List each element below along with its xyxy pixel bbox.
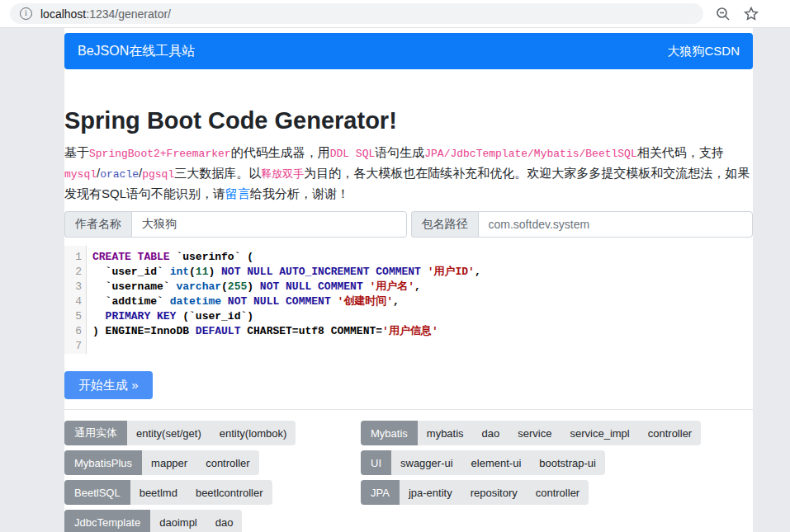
inline-code: JPA/JdbcTemplate/Mybatis/BeetlSQL xyxy=(424,148,636,160)
editor-line xyxy=(92,339,481,354)
code-token: `addtime` xyxy=(92,295,170,308)
intro-text: 基于 xyxy=(64,145,89,159)
template-item-button[interactable]: controller xyxy=(527,480,589,505)
sql-code-editor[interactable]: 1234567 CREATE TABLE `userinfo` ( `user_… xyxy=(64,246,753,354)
code-token: PRIMARY KEY xyxy=(106,310,177,322)
line-number: 6 xyxy=(64,324,82,339)
editor-line-numbers: 1234567 xyxy=(64,246,87,354)
template-item-button[interactable]: dao xyxy=(473,421,509,445)
template-group-row: 通用实体entity(set/get)entity(lombok) xyxy=(64,421,361,450)
template-group: BeetlSQLbeetlmdbeetlcontroller xyxy=(64,480,272,505)
template-groups: 通用实体entity(set/get)entity(lombok)Mybatis… xyxy=(64,421,753,532)
navbar-csdn-link[interactable]: 大狼狗CSDN xyxy=(667,44,740,59)
zoom-out-icon[interactable] xyxy=(715,6,731,22)
editor-line: `user_id` int(11) NOT NULL AUTO_INCREMEN… xyxy=(92,265,481,280)
intro-text: 相关代码，支持 xyxy=(637,145,724,159)
content-container: BeJSON在线工具站 大狼狗CSDN Spring Boot Code Gen… xyxy=(64,28,753,532)
inline-code: 释放双手 xyxy=(261,168,304,181)
template-item-button[interactable]: controller xyxy=(639,421,701,445)
template-groups-right-column: Mybatismybatisdaoserviceservice_implcont… xyxy=(361,421,753,532)
template-item-button[interactable]: service xyxy=(509,421,561,445)
template-group-label: BeetlSQL xyxy=(64,480,130,505)
package-label: 包名路径 xyxy=(411,211,478,238)
code-token: , xyxy=(475,266,481,278)
code-token xyxy=(421,266,428,278)
template-group-row: Mybatismybatisdaoserviceservice_implcont… xyxy=(361,421,753,450)
intro-paragraph: 基于SpringBoot2+Freemarker的代码生成器，用DDL SQL语… xyxy=(64,143,753,203)
template-group-row: JPAjpa-entityrepositorycontroller xyxy=(361,480,753,510)
author-label: 作者名称 xyxy=(64,211,131,238)
browser-toolbar: i localhost:1234/generator/ xyxy=(0,0,790,28)
inline-code: DDL SQL xyxy=(330,148,376,160)
inline-code: pgsql xyxy=(142,168,174,181)
template-group-row: UIswagger-uielement-uibootstrap-ui xyxy=(361,450,753,480)
template-group-label: 通用实体 xyxy=(64,421,127,445)
template-item-button[interactable]: entity(set/get) xyxy=(127,421,211,445)
code-token: '用户ID' xyxy=(428,266,475,278)
code-token: datetime xyxy=(170,295,221,308)
page-body: BeJSON在线工具站 大狼狗CSDN Spring Boot Code Gen… xyxy=(0,28,790,531)
template-item-button[interactable]: beetlcontroller xyxy=(187,480,272,505)
template-item-button[interactable]: mapper xyxy=(142,450,196,475)
code-token: int xyxy=(170,266,189,278)
code-token: CREATE TABLE xyxy=(92,251,170,263)
template-item-button[interactable]: dao xyxy=(206,510,243,532)
section-divider xyxy=(64,409,753,410)
template-item-button[interactable]: bootstrap-ui xyxy=(530,450,605,475)
template-group: JPAjpa-entityrepositorycontroller xyxy=(361,480,589,505)
template-group: 通用实体entity(set/get)entity(lombok) xyxy=(64,421,296,445)
template-group: JdbcTemplatedaoimpldao xyxy=(64,510,242,532)
template-group-row: JdbcTemplatedaoimpldao xyxy=(64,510,361,532)
page-info-icon[interactable]: i xyxy=(20,7,32,20)
inline-code: mysql xyxy=(64,168,97,181)
code-token: 11 xyxy=(196,266,209,278)
code-token: ( xyxy=(189,266,196,278)
intro-text: 的代码生成器，用 xyxy=(231,145,330,159)
url-path: :1234/generator/ xyxy=(86,7,171,21)
generate-button[interactable]: 开始生成 » xyxy=(64,371,153,399)
template-item-button[interactable]: element-ui xyxy=(462,450,531,475)
site-navbar: BeJSON在线工具站 大狼狗CSDN xyxy=(64,33,753,69)
template-item-button[interactable]: mybatis xyxy=(418,421,473,445)
template-group-label: MybatisPlus xyxy=(64,450,142,475)
package-input-group: 包名路径 xyxy=(411,211,754,238)
code-token: ) ENGINE=InnoDB xyxy=(92,325,196,337)
template-item-button[interactable]: repository xyxy=(461,480,527,505)
settings-form: 作者名称 包名路径 xyxy=(64,211,753,238)
template-item-button[interactable]: beetlmd xyxy=(130,480,187,505)
code-token: , xyxy=(393,295,400,308)
code-token: `userinfo` ( xyxy=(170,251,253,263)
template-item-button[interactable]: swagger-ui xyxy=(391,450,462,475)
template-item-button[interactable]: controller xyxy=(196,450,258,475)
template-item-button[interactable]: entity(lombok) xyxy=(211,421,296,445)
code-token xyxy=(221,295,228,308)
bookmark-star-icon[interactable] xyxy=(743,6,759,22)
url-host: localhost xyxy=(40,7,86,21)
editor-code: CREATE TABLE `userinfo` ( `user_id` int(… xyxy=(87,246,481,354)
code-token: ( xyxy=(221,280,228,293)
code-token: DEFAULT xyxy=(196,325,241,337)
code-token: '用户名' xyxy=(370,280,415,293)
package-input[interactable] xyxy=(478,211,754,238)
editor-line: ) ENGINE=InnoDB DEFAULT CHARSET=utf8 COM… xyxy=(92,324,481,339)
template-item-button[interactable]: daoimpl xyxy=(150,510,206,532)
code-token: NOT NULL COMMENT xyxy=(260,280,363,293)
code-token: (`user_id`) xyxy=(176,310,253,322)
intro-text: 给我分析，谢谢！ xyxy=(250,186,349,200)
author-input[interactable] xyxy=(131,211,407,238)
template-group-label: JPA xyxy=(361,480,400,505)
address-bar[interactable]: i localhost:1234/generator/ xyxy=(10,3,703,24)
template-item-button[interactable]: jpa-entity xyxy=(400,480,461,505)
template-group-label: Mybatis xyxy=(361,421,418,445)
line-number: 2 xyxy=(64,265,82,280)
code-token: , xyxy=(414,280,421,293)
code-token: 255 xyxy=(228,280,247,293)
navbar-brand[interactable]: BeJSON在线工具站 xyxy=(78,43,195,60)
template-group-label: UI xyxy=(361,450,391,475)
template-item-button[interactable]: service_impl xyxy=(561,421,638,445)
inline-code: SpringBoot2+Freemarker xyxy=(89,148,231,160)
code-token: ) xyxy=(208,266,221,278)
message-board-link[interactable]: 留言 xyxy=(225,186,250,200)
code-token: varchar xyxy=(176,280,221,293)
template-group: Mybatismybatisdaoserviceservice_implcont… xyxy=(361,421,701,445)
